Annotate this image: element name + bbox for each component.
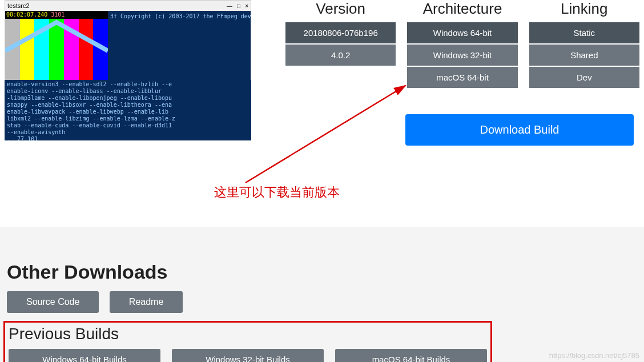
other-downloads-heading: Other Downloads bbox=[7, 261, 191, 283]
minimize-icon[interactable]: — bbox=[227, 3, 232, 9]
window-title: testsrc2 bbox=[7, 2, 30, 9]
window-controls[interactable]: — □ × bbox=[227, 3, 248, 9]
annotation-current: 这里可以下载当前版本 bbox=[214, 184, 340, 201]
window-titlebar: testsrc2 — □ × bbox=[5, 1, 251, 11]
terminal-output-bottom: enable-version3 --enable-sdl2 --enable-b… bbox=[5, 80, 251, 140]
prev-build-macos-button[interactable]: macOS 64-bit Builds bbox=[335, 349, 487, 362]
source-code-button[interactable]: Source Code bbox=[7, 291, 99, 313]
watermark-text: https://blog.csdn.net/cj5785 bbox=[549, 351, 639, 360]
architecture-option[interactable]: Windows 32-bit bbox=[407, 45, 517, 66]
download-build-button[interactable]: Download Build bbox=[405, 114, 634, 146]
architecture-option[interactable]: Windows 64-bit bbox=[407, 22, 517, 43]
linking-column: Linking Static Shared Dev bbox=[529, 0, 639, 89]
prev-build-win64-button[interactable]: Windows 64-bit Builds bbox=[9, 349, 160, 362]
timestamp-overlay: 00:02:07.240 3101 bbox=[5, 11, 108, 19]
version-option[interactable]: 20180806-076b196 bbox=[285, 22, 396, 43]
linking-heading: Linking bbox=[529, 0, 639, 18]
readme-button[interactable]: Readme bbox=[110, 291, 183, 313]
maximize-icon[interactable]: □ bbox=[237, 3, 240, 9]
version-column: Version 20180806-076b196 4.0.2 bbox=[285, 0, 396, 89]
previous-builds-heading: Previous Builds bbox=[9, 325, 487, 343]
linking-option[interactable]: Static bbox=[529, 22, 639, 43]
version-heading: Version bbox=[285, 0, 396, 18]
linking-option[interactable]: Dev bbox=[529, 67, 639, 88]
architecture-option[interactable]: macOS 64-bit bbox=[407, 67, 517, 88]
other-downloads-section: Other Downloads Source Code Readme bbox=[7, 261, 191, 313]
architecture-heading: Architecture bbox=[407, 0, 517, 18]
arrow-icon bbox=[228, 74, 417, 188]
svg-line-0 bbox=[245, 86, 405, 183]
architecture-column: Architecture Windows 64-bit Windows 32-b… bbox=[407, 0, 517, 89]
linking-option[interactable]: Shared bbox=[529, 45, 639, 66]
build-selector: Version 20180806-076b196 4.0.2 Architect… bbox=[285, 0, 639, 89]
previous-builds-section: Previous Builds Windows 64-bit Builds Wi… bbox=[3, 321, 492, 362]
version-option[interactable]: 4.0.2 bbox=[285, 45, 396, 66]
close-icon[interactable]: × bbox=[245, 3, 248, 9]
prev-build-win32-button[interactable]: Windows 32-bit Builds bbox=[172, 349, 324, 362]
